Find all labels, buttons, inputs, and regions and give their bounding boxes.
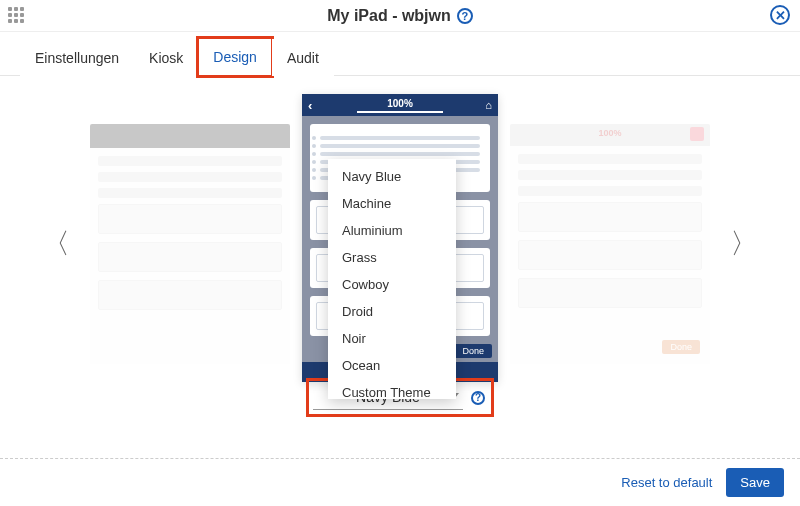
preview-back-icon: ‹ bbox=[308, 98, 312, 113]
carousel-prev-button[interactable]: 〈 bbox=[34, 217, 78, 271]
side-preview-progress: 100% bbox=[598, 128, 621, 138]
tab-kiosk[interactable]: Kiosk bbox=[134, 39, 198, 76]
theme-option[interactable]: Navy Blue bbox=[328, 163, 456, 190]
theme-option[interactable]: Grass bbox=[328, 244, 456, 271]
tab-design[interactable]: Design bbox=[198, 38, 272, 76]
preview-done-badge: Done bbox=[454, 344, 492, 358]
preview-progress-label: 100% bbox=[357, 98, 443, 113]
theme-dropdown-list: Navy Blue Machine Aluminium Grass Cowboy… bbox=[328, 159, 456, 399]
design-panel: 〈 〉 100% Done bbox=[0, 76, 800, 456]
close-button[interactable]: ✕ bbox=[770, 5, 790, 25]
theme-option[interactable]: Droid bbox=[328, 298, 456, 325]
theme-option[interactable]: Custom Theme bbox=[328, 379, 456, 399]
theme-preview-prev bbox=[90, 124, 290, 364]
tab-audit[interactable]: Audit bbox=[272, 39, 334, 76]
page-header: My iPad - wbjwn ? ✕ bbox=[0, 0, 800, 32]
help-icon[interactable]: ? bbox=[457, 8, 473, 24]
reset-to-default-link[interactable]: Reset to default bbox=[621, 475, 712, 490]
preview-home-icon: ⌂ bbox=[485, 99, 492, 111]
theme-option[interactable]: Aluminium bbox=[328, 217, 456, 244]
theme-option[interactable]: Machine bbox=[328, 190, 456, 217]
apps-grid-icon[interactable] bbox=[8, 7, 24, 23]
side-preview-close-icon bbox=[690, 127, 704, 141]
save-button[interactable]: Save bbox=[726, 468, 784, 497]
theme-option[interactable]: Cowboy bbox=[328, 271, 456, 298]
preview-header: ‹ 100% ⌂ bbox=[302, 94, 498, 116]
carousel-next-button[interactable]: 〉 bbox=[722, 217, 766, 271]
page-title: My iPad - wbjwn ? bbox=[327, 7, 473, 25]
chevron-left-icon: 〈 bbox=[42, 228, 70, 259]
theme-help-icon[interactable]: ? bbox=[471, 391, 485, 405]
tab-bar: Einstellungen Kiosk Design Audit bbox=[0, 32, 800, 76]
page-title-text: My iPad - wbjwn bbox=[327, 7, 451, 25]
theme-preview-next: 100% Done bbox=[510, 124, 710, 364]
theme-option[interactable]: Ocean bbox=[328, 352, 456, 379]
chevron-right-icon: 〉 bbox=[730, 228, 758, 259]
side-preview-done-badge: Done bbox=[662, 340, 700, 354]
tab-einstellungen[interactable]: Einstellungen bbox=[20, 39, 134, 76]
footer-bar: Reset to default Save bbox=[0, 458, 800, 506]
theme-option[interactable]: Noir bbox=[328, 325, 456, 352]
